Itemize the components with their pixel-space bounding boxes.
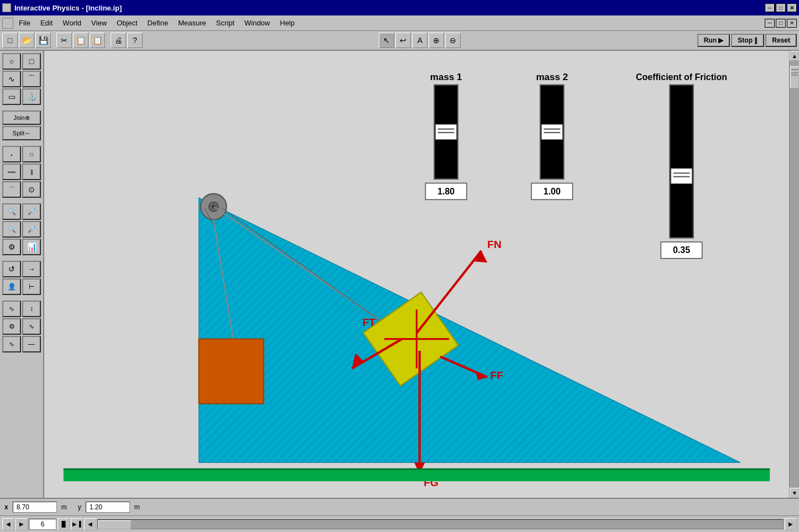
arrow-tool[interactable]: →: [22, 261, 41, 277]
line2-tool[interactable]: —: [22, 336, 41, 352]
curve-tool[interactable]: ∿: [2, 71, 21, 87]
vertical-scrollbar: ▲ ▼: [789, 51, 799, 498]
step-forward-button[interactable]: ▶▐: [71, 518, 83, 530]
svg-text:Coefficient of Friction: Coefficient of Friction: [636, 72, 727, 82]
wave-tool[interactable]: ∿: [2, 301, 21, 317]
svg-rect-44: [670, 85, 693, 238]
zoom3-tool[interactable]: 🔎: [22, 203, 41, 220]
svg-text:mass 2: mass 2: [536, 72, 568, 82]
maximize-button[interactable]: □: [776, 3, 786, 12]
scroll-thumb[interactable]: [790, 66, 799, 88]
rect-tool[interactable]: □: [22, 53, 41, 70]
menu-world[interactable]: World: [58, 18, 86, 28]
zoom-out-button[interactable]: ⊖: [445, 33, 461, 48]
title-bar: Interactive Physics - [Incline.ip] ─ □ ✕: [0, 0, 799, 15]
paste-button[interactable]: 📋: [90, 33, 105, 48]
circle2-tool[interactable]: ⊙: [22, 181, 41, 198]
svg-rect-28: [64, 468, 770, 470]
svg-text:FN: FN: [487, 239, 502, 250]
point-tool[interactable]: ·: [2, 146, 21, 162]
split-button[interactable]: Split↔: [2, 126, 41, 140]
h-scroll-thumb[interactable]: [98, 520, 131, 529]
inner-maximize[interactable]: □: [776, 19, 786, 28]
inner-close[interactable]: ✕: [787, 19, 797, 28]
line-tool[interactable]: ∿: [2, 336, 21, 352]
y-field[interactable]: [86, 502, 130, 513]
force-tool[interactable]: ⊢: [22, 278, 41, 295]
minimize-button[interactable]: ─: [765, 3, 775, 12]
app-title: Interactive Physics - [Incline.ip]: [14, 4, 122, 12]
scroll-track[interactable]: [790, 61, 799, 488]
anchor-tool[interactable]: ⚓: [22, 88, 41, 105]
small-rect-tool[interactable]: □: [22, 146, 41, 162]
svg-text:0.35: 0.35: [673, 245, 690, 255]
copy-button[interactable]: 📋: [73, 33, 88, 48]
svg-rect-45: [671, 168, 692, 184]
svg-text:1.00: 1.00: [544, 187, 561, 196]
scroll-up-button[interactable]: ▲: [790, 51, 799, 61]
open-button[interactable]: 📂: [19, 33, 34, 48]
svg-text:FT: FT: [363, 317, 376, 328]
svg-text:1.80: 1.80: [437, 187, 455, 196]
rope-tool[interactable]: ⌒: [2, 181, 21, 198]
status-bar: x m y m: [0, 498, 799, 515]
zoom4-tool[interactable]: 🔍: [2, 221, 21, 238]
chart-tool[interactable]: 📊: [22, 239, 41, 255]
left-toolbar: ○ □ ∿ ⌒ ▭ ⚓ Join⊕ Split↔ · □ ══ ‖ ⌒ ⊙: [0, 51, 44, 498]
rotate-tool[interactable]: ↺: [2, 261, 21, 277]
menu-bar: File Edit World View Object Define Measu…: [0, 15, 799, 31]
measure-tool[interactable]: ↕: [22, 301, 41, 317]
spring-tool[interactable]: ══: [2, 164, 21, 180]
menu-script[interactable]: Script: [212, 18, 239, 28]
pointer-button[interactable]: ↖: [379, 33, 394, 48]
app-icon-menu: [2, 18, 13, 29]
horizontal-scrollbar[interactable]: [97, 519, 784, 529]
person-tool[interactable]: 👤: [2, 278, 21, 295]
damper-tool[interactable]: ‖: [22, 164, 41, 180]
save-button[interactable]: 💾: [35, 33, 51, 48]
menu-help[interactable]: Help: [275, 18, 299, 28]
go-end-button[interactable]: ▐▌: [58, 518, 70, 530]
menu-object[interactable]: Object: [112, 18, 142, 28]
join-button[interactable]: Join⊕: [2, 110, 41, 125]
help-button[interactable]: ?: [127, 33, 143, 48]
new-button[interactable]: □: [2, 33, 18, 48]
box-tool[interactable]: ▭: [2, 88, 21, 105]
menu-file[interactable]: File: [14, 18, 35, 28]
stop-button[interactable]: Stop ‖: [731, 34, 764, 47]
zoom2-tool[interactable]: 🔍: [2, 203, 21, 220]
simulation-canvas[interactable]: FN FT FF FG: [44, 51, 789, 498]
settings-tool[interactable]: ⚙: [2, 239, 21, 255]
menu-window[interactable]: Window: [240, 18, 274, 28]
zoom5-tool[interactable]: 🔎: [22, 221, 41, 238]
app-icon: [2, 3, 11, 12]
cut-button[interactable]: ✂: [56, 33, 72, 48]
inner-minimize[interactable]: ─: [765, 19, 775, 28]
menu-edit[interactable]: Edit: [36, 18, 57, 28]
wave2-tool[interactable]: ∿: [22, 318, 41, 335]
gear-tool[interactable]: ⚙: [2, 318, 21, 335]
menu-view[interactable]: View: [87, 18, 111, 28]
x-field[interactable]: [13, 502, 57, 513]
scroll-right-button[interactable]: ▶: [785, 518, 797, 530]
close-button[interactable]: ✕: [787, 3, 797, 12]
go-start-button[interactable]: ◀: [2, 518, 14, 530]
play-button[interactable]: ▶: [15, 518, 28, 530]
arc-tool[interactable]: ⌒: [22, 71, 41, 87]
reset-button[interactable]: Reset: [765, 34, 797, 47]
zoom-in-button[interactable]: ⊕: [429, 33, 444, 48]
svg-rect-27: [64, 468, 770, 481]
menu-measure[interactable]: Measure: [174, 18, 211, 28]
svg-text:FF: FF: [490, 370, 503, 381]
print-button[interactable]: 🖨: [111, 33, 126, 48]
circle-tool[interactable]: ○: [2, 53, 21, 70]
run-button[interactable]: Run ▶: [697, 34, 730, 47]
scroll-down-button[interactable]: ▼: [790, 488, 799, 498]
prev-frame-button[interactable]: ◀: [84, 518, 96, 530]
text-button[interactable]: A: [412, 33, 427, 48]
x-label: x: [4, 503, 8, 511]
undo-button[interactable]: ↩: [395, 33, 411, 48]
x-unit: m: [61, 503, 67, 511]
toolbar: □ 📂 💾 ✂ 📋 📋 🖨 ? ↖ ↩ A ⊕ ⊖ Run ▶ Stop ‖ R…: [0, 31, 799, 51]
menu-define[interactable]: Define: [143, 18, 173, 28]
